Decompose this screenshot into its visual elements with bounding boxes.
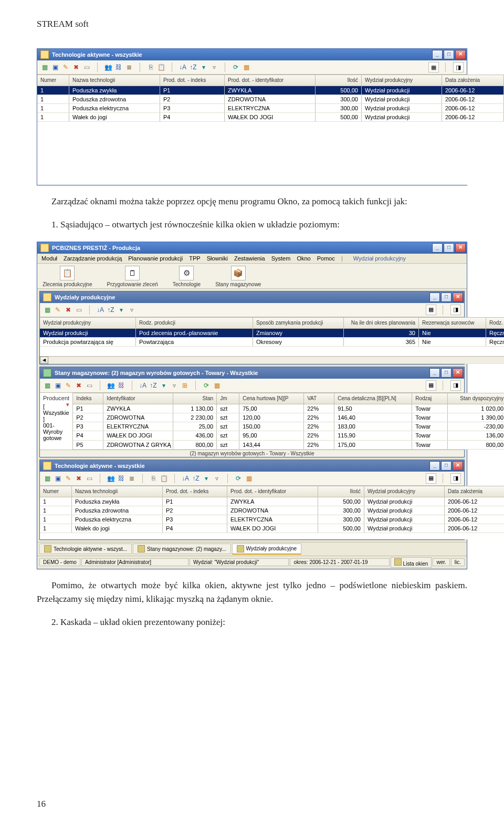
column-header[interactable]: Nazwa technologii <box>69 75 160 86</box>
column-header[interactable]: Nazwa technologii <box>72 486 163 497</box>
edit-icon[interactable]: ✎ <box>61 63 70 71</box>
table-row[interactable]: Produkcja powtarzająca sięPowtarzającaOk… <box>40 338 504 347</box>
delete-icon[interactable]: ✖ <box>75 381 83 390</box>
minimize-button[interactable]: _ <box>429 461 440 471</box>
menu-item[interactable]: Okno <box>297 255 310 262</box>
filter-clear-icon[interactable]: ▿ <box>170 381 178 390</box>
delete-icon[interactable]: ✖ <box>75 474 83 483</box>
sort-asc-icon[interactable]: ↓A <box>139 381 147 390</box>
minimize-button[interactable]: _ <box>432 50 443 59</box>
module-button[interactable]: 📋Zlecenia produkcyjne <box>43 266 92 287</box>
menu-item[interactable]: Planowanie produkcji <box>128 255 183 262</box>
column-header[interactable]: Data założenia <box>445 486 504 497</box>
close-button[interactable]: ✕ <box>453 368 463 378</box>
copy-icon[interactable]: ▣ <box>51 63 59 71</box>
column-header[interactable]: Rodzaj <box>412 393 448 404</box>
tree-item[interactable]: [ Wszystkie ] <box>43 403 69 422</box>
close-button[interactable]: ✕ <box>455 50 466 59</box>
close-panel-icon[interactable]: ◨ <box>450 380 461 391</box>
menu-item[interactable]: Zestawienia <box>234 255 265 262</box>
sort-desc-icon[interactable]: ↑Z <box>107 306 115 314</box>
delete-icon[interactable]: ✖ <box>64 306 72 314</box>
column-header[interactable]: Identyfikator <box>103 393 173 404</box>
filter-clear-icon[interactable]: ▿ <box>210 63 218 71</box>
producer-tree[interactable]: Producent ▾ [ Wszystkie ] 001-Wyroby got… <box>40 393 73 450</box>
refresh-icon[interactable]: ⟳ <box>202 381 211 390</box>
column-header[interactable]: Numer <box>40 486 72 497</box>
taskbar-tab[interactable]: Wydziały produkcyjne <box>232 544 302 555</box>
tree-icon[interactable]: ⊞ <box>181 381 189 390</box>
column-header[interactable]: Na ile dni okres planowania <box>344 318 419 328</box>
filter-icon[interactable]: ▾ <box>160 381 168 390</box>
sort-desc-icon[interactable]: ↑Z <box>149 381 158 390</box>
close-button[interactable]: ✕ <box>453 293 463 302</box>
export-icon[interactable]: ▦ <box>245 474 253 483</box>
column-header[interactable]: Wydział produkcyjny <box>40 318 136 328</box>
table-row[interactable]: P5ZDROWOTNA Z GRYKĄ800,00szt143,4422%175… <box>73 441 504 450</box>
column-header[interactable]: Prod. dot. - identyfikator <box>225 75 316 86</box>
menu-item[interactable]: Zarządzanie produkcją <box>64 255 122 262</box>
table-row[interactable]: 1Poduszka elektrycznaP3ELEKTRYCZNA300,00… <box>37 104 504 113</box>
column-header[interactable]: VAT <box>304 393 334 404</box>
edit-icon[interactable]: ✎ <box>64 474 72 483</box>
filter-clear-icon[interactable]: ▿ <box>213 474 221 483</box>
wydzialy-grid[interactable]: Wydział produkcyjnyRodz. produkcjiSposób… <box>40 317 504 356</box>
column-header[interactable]: Sposób zamykania produkcji <box>253 318 344 328</box>
column-header[interactable]: Data założenia <box>442 75 504 86</box>
column-header[interactable]: Stan <box>173 393 217 404</box>
copy-icon[interactable]: ▣ <box>54 381 62 390</box>
column-header[interactable]: Prod. dot. - indeks <box>163 486 227 497</box>
column-header[interactable]: Stan dyspozycyjny <box>448 393 504 404</box>
users-icon[interactable]: 👥 <box>107 381 115 390</box>
title-bar[interactable]: Technologie aktywne - wszystkie _ □ ✕ <box>37 49 467 60</box>
menu-item[interactable]: Słowniki <box>207 255 228 262</box>
status-lista[interactable]: Lista okien <box>391 557 432 568</box>
view-icon[interactable]: ▭ <box>85 381 93 390</box>
table-row[interactable]: 1Poduszka zdrowotnaP2ZDROWOTNA300,00Wydz… <box>37 95 504 104</box>
menu-bar[interactable]: ModułZarządzanie produkcjąPlanowanie pro… <box>37 254 467 264</box>
filter-icon[interactable]: ▾ <box>200 63 208 71</box>
column-header[interactable]: Prod. dot. - identyfikator <box>227 486 318 497</box>
sort-desc-icon[interactable]: ↑Z <box>189 63 197 71</box>
layout-icon[interactable]: ▦ <box>426 305 436 315</box>
list-icon[interactable]: ≣ <box>128 474 136 483</box>
sort-asc-icon[interactable]: ↓A <box>178 63 187 71</box>
tree-item[interactable]: 001-Wyroby gotowe <box>43 422 69 441</box>
minimize-button[interactable]: _ <box>429 368 440 378</box>
stany-grid[interactable]: IndeksIdentyfikatorStanJmCena hurtowa [N… <box>73 393 504 450</box>
table-row[interactable]: 1Poduszka zwykłaP1ZWYKŁA500,00Wydział pr… <box>37 86 504 95</box>
technologie-grid[interactable]: NumerNazwa technologiiProd. dot. - indek… <box>37 75 504 185</box>
column-header[interactable]: Wydział produkcyjny <box>362 75 442 86</box>
filter-icon[interactable]: ▾ <box>202 474 211 483</box>
view-icon[interactable]: ▭ <box>85 474 93 483</box>
chain-icon[interactable]: ⛓ <box>114 63 123 71</box>
table-row[interactable]: 1Poduszka zdrowotnaP2ZDROWOTNA300,00Wydz… <box>40 506 504 515</box>
column-header[interactable]: Rodz. produkcji <box>136 318 253 328</box>
app-title-bar[interactable]: PCBIZNES PRESTIŻ - Produkcja _ □ ✕ <box>37 242 467 254</box>
minimize-button[interactable]: _ <box>429 293 440 302</box>
table-row[interactable]: 1Wałek do jogiP4WAŁEK DO JOGI500,00Wydzi… <box>40 524 504 533</box>
layout-icon[interactable]: ▦ <box>426 380 436 391</box>
sort-desc-icon[interactable]: ↑Z <box>192 474 200 483</box>
list-icon[interactable]: ≣ <box>125 63 133 71</box>
table-row[interactable]: P1ZWYKŁA1 130,00szt75,0022%91,50Towar1 0… <box>73 404 504 413</box>
maximize-button[interactable]: □ <box>441 368 452 378</box>
export-icon[interactable]: ▦ <box>242 63 250 71</box>
new-icon[interactable]: ▦ <box>43 381 51 390</box>
close-button[interactable]: ✕ <box>453 461 463 471</box>
horizontal-scrollbar[interactable]: ◀▶ <box>40 356 504 364</box>
table-row[interactable]: 1Wałek do jogiP4WAŁEK DO JOGI500,00Wydzi… <box>37 113 504 122</box>
taskbar-tab[interactable]: Technologie aktywne - wszyst... <box>39 544 132 554</box>
filter-clear-icon[interactable]: ▿ <box>128 306 136 314</box>
users-icon[interactable]: 👥 <box>104 63 112 71</box>
sub-title-bar[interactable]: Wydziały produkcyjne _□✕ <box>40 291 464 303</box>
table-row[interactable]: 1Poduszka zwykłaP1ZWYKŁA500,00Wydział pr… <box>40 497 504 506</box>
mdi-taskbar[interactable]: Technologie aktywne - wszyst...Stany mag… <box>37 542 467 556</box>
column-header[interactable]: Prod. dot. - indeks <box>160 75 225 86</box>
column-header[interactable]: Wydział produkcyjny <box>364 486 445 497</box>
table-row[interactable]: P3ELEKTRYCZNA25,00szt150,0022%183,00Towa… <box>73 422 504 431</box>
column-header[interactable]: Ilość <box>316 75 362 86</box>
view-icon[interactable]: ▭ <box>75 306 83 314</box>
layout-icon[interactable]: ▦ <box>426 473 436 484</box>
column-header[interactable]: Cena detaliczna [B][PLN] <box>334 393 412 404</box>
